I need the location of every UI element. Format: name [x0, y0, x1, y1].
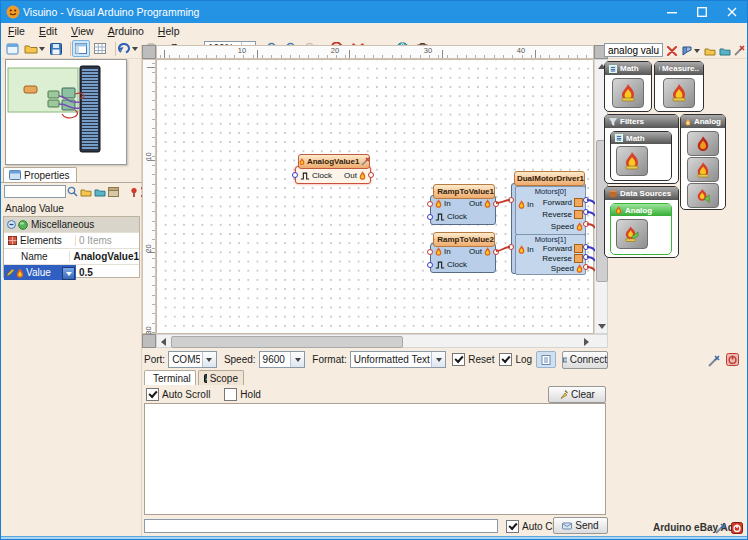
motors0-speed-pin[interactable]: Speed — [551, 222, 574, 231]
scroll-left-arrow[interactable] — [161, 338, 166, 346]
ramptovalue1-clock-pin[interactable]: Clock — [447, 212, 467, 221]
tab-scope[interactable]: Scope — [198, 370, 244, 385]
value-value[interactable]: 0.5 — [76, 267, 139, 278]
scroll-right-arrow[interactable] — [584, 338, 589, 346]
component-analogvalue1[interactable]: AnalogValue1 Clock Out — [295, 154, 371, 184]
send-input[interactable] — [144, 519, 498, 533]
menu-arduino[interactable]: Arduino — [101, 24, 151, 38]
pin-icon[interactable] — [128, 182, 140, 201]
category-filters-header[interactable]: Filters — [605, 115, 678, 128]
ads-tools-icon[interactable] — [713, 520, 728, 537]
connect-button[interactable]: Connect — [562, 351, 608, 369]
port-combobox[interactable]: COM5 ( — [168, 351, 217, 368]
category-data-sources-header[interactable]: Data Sources — [605, 187, 678, 200]
serial-power-icon[interactable] — [724, 351, 740, 368]
component-tile-measure[interactable] — [663, 78, 695, 108]
analogvalue1-out-pin[interactable]: Out — [344, 171, 357, 180]
motors0-in-pin[interactable]: In — [527, 200, 534, 209]
archive-icon[interactable] — [107, 182, 120, 201]
component-ramptovalue1[interactable]: RampToValue1 In Out Clock — [430, 184, 496, 225]
menu-help[interactable]: Help — [151, 24, 187, 38]
component-tile-math[interactable] — [612, 78, 644, 108]
motors1-forward-terminal[interactable] — [583, 244, 589, 250]
category-filters[interactable]: Filters Math — [604, 114, 679, 184]
ramptovalue2-clock-terminal[interactable] — [427, 262, 433, 268]
component-dualmotordriver1[interactable]: DualMotorDriver1 Motors[0] In Forward Re… — [511, 169, 586, 274]
ramptovalue1-out-terminal[interactable] — [493, 201, 499, 207]
collapse-categories-icon[interactable] — [717, 42, 732, 59]
tab-properties[interactable]: Properties — [3, 167, 77, 182]
design-overview-thumbnail[interactable] — [5, 59, 127, 165]
collapse-node-icon[interactable] — [7, 220, 16, 229]
value-dropdown-button[interactable] — [62, 267, 75, 280]
ramptovalue1-clock-terminal[interactable] — [427, 214, 433, 220]
log-checkbox[interactable]: Log — [499, 353, 532, 366]
edit-tools-icon[interactable] — [361, 157, 369, 166]
motors0-speed-terminal[interactable] — [583, 221, 589, 227]
log-file-button[interactable] — [536, 351, 556, 368]
subcategory-data-sources-analog-header[interactable]: Analog — [611, 204, 671, 216]
horizontal-scroll-thumb[interactable] — [171, 336, 403, 348]
category-data-sources[interactable]: Data Sources Analog — [604, 186, 679, 258]
name-value[interactable]: AnalogValue1 — [69, 251, 139, 262]
clear-button[interactable]: Clear — [548, 386, 606, 403]
tree-row-name[interactable]: Name AnalogValue1 — [4, 249, 139, 265]
motors1-reverse-terminal[interactable] — [583, 254, 589, 260]
collapse-all-icon[interactable] — [93, 182, 107, 201]
ads-stop-icon[interactable] — [729, 519, 744, 536]
category-math[interactable]: Math — [604, 61, 652, 112]
motors1-forward-pin[interactable]: Forward — [543, 244, 572, 253]
analogvalue1-out-terminal[interactable] — [368, 172, 374, 178]
motors0-reverse-pin[interactable]: Reverse — [542, 210, 572, 219]
category-analog-header[interactable]: Analog — [681, 115, 725, 128]
analogvalue1-clock-pin[interactable]: Clock — [312, 171, 332, 180]
toolbox-search-input[interactable] — [604, 43, 663, 57]
filter-tag-icon[interactable] — [66, 182, 79, 201]
title-bar[interactable]: Visuino - Visual Arduino Programming — [1, 1, 747, 23]
serial-tools-icon[interactable] — [706, 352, 722, 369]
clear-search-icon[interactable] — [664, 42, 679, 59]
menu-edit[interactable]: Edit — [32, 24, 64, 38]
category-analog[interactable]: Analog — [680, 114, 726, 210]
tree-row-miscellaneous[interactable]: Miscellaneous — [4, 217, 139, 233]
motors1-speed-pin[interactable]: Speed — [551, 264, 574, 273]
ramptovalue2-in-terminal[interactable] — [427, 249, 433, 255]
speed-combobox[interactable]: 9600 — [259, 351, 306, 368]
minimize-button[interactable] — [657, 1, 687, 23]
canvas-horizontal-scrollbar[interactable] — [156, 334, 608, 348]
properties-filter-input[interactable] — [4, 185, 66, 198]
format-combobox[interactable]: Unformatted Text — [350, 351, 446, 368]
motors1-reverse-pin[interactable]: Reverse — [542, 254, 572, 263]
category-measure[interactable]: Measure.. — [654, 61, 704, 112]
analogvalue1-clock-terminal[interactable] — [292, 172, 298, 178]
terminal-output[interactable] — [144, 403, 606, 515]
tree-row-value[interactable]: Value 0.5 — [4, 265, 139, 280]
motors1-speed-terminal[interactable] — [583, 264, 589, 270]
ramptovalue2-out-pin[interactable]: Out — [469, 247, 482, 256]
component-ramptovalue2[interactable]: RampToValue2 In Out Clock — [430, 232, 496, 273]
tab-terminal[interactable]: Terminal — [144, 370, 196, 385]
subcategory-data-sources-analog[interactable]: Analog — [610, 203, 672, 255]
component-tile-analog-2[interactable] — [687, 157, 719, 182]
ramptovalue1-out-pin[interactable]: Out — [469, 199, 482, 208]
motors0-forward-terminal[interactable] — [583, 197, 589, 203]
ramptovalue2-out-terminal[interactable] — [493, 249, 499, 255]
ramptovalue1-in-pin[interactable]: In — [444, 199, 451, 208]
motors1-in-pin[interactable]: In — [527, 245, 534, 254]
auto-scroll-checkbox[interactable]: Auto Scroll — [146, 388, 210, 401]
category-measure-header[interactable]: Measure.. — [655, 62, 703, 75]
menu-view[interactable]: View — [64, 24, 101, 38]
ramptovalue1-in-terminal[interactable] — [427, 201, 433, 207]
motors0-in-terminal[interactable] — [508, 197, 514, 203]
subcategory-filters-math[interactable]: Math — [610, 131, 672, 181]
send-button[interactable]: Send — [553, 517, 608, 534]
category-math-header[interactable]: Math — [605, 62, 651, 75]
component-tile-analog-3[interactable] — [687, 183, 719, 208]
close-button[interactable] — [717, 1, 747, 23]
component-tile-analog-1[interactable] — [687, 131, 719, 156]
maximize-button[interactable] — [687, 1, 717, 23]
ramptovalue2-clock-pin[interactable]: Clock — [447, 260, 467, 269]
tree-row-elements[interactable]: Elements 0 Items — [4, 233, 139, 249]
motors0-reverse-terminal[interactable] — [583, 209, 589, 215]
ramptovalue2-in-pin[interactable]: In — [444, 247, 451, 256]
